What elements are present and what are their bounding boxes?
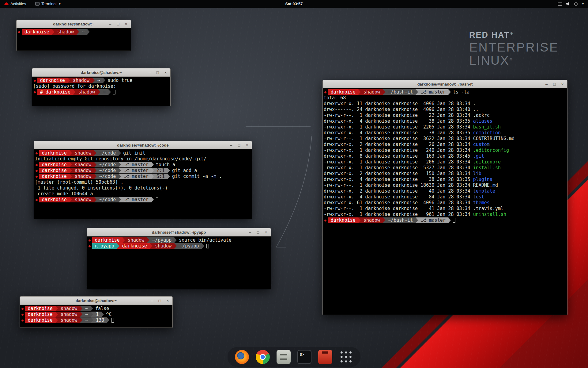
prompt-segment-user: darknoise — [39, 168, 70, 173]
minimize-button[interactable]: – — [108, 22, 112, 26]
prompt-segment-cmd: touch a — [156, 162, 175, 167]
prompt-segment-venv: π pyapp — [92, 243, 117, 249]
clock[interactable]: Sat 03:57 — [285, 2, 303, 6]
window-titlebar[interactable]: darknoise@shadow:~ – □ × — [32, 68, 170, 77]
prompt-segment-host: shadow — [72, 150, 94, 156]
minimize-button[interactable]: – — [545, 82, 548, 86]
dock-icon-files[interactable] — [277, 350, 291, 364]
rhel-brand-line3: LINUX — [469, 53, 509, 67]
prompt-segment-host: shadow — [55, 29, 77, 35]
window-title: darknoise@shadow:~ — [53, 22, 94, 26]
powerline-separator — [416, 89, 418, 95]
terminal-window: darknoise@shadow:~/bash-it – □ × ●darkno… — [322, 80, 567, 315]
close-button[interactable]: × — [560, 82, 564, 86]
prompt-segment-path: ~/bash-it — [385, 217, 416, 223]
prompt-segment-host: shadow — [58, 312, 80, 317]
window-titlebar[interactable]: darknoise@shadow:~/code – □ × — [34, 141, 252, 149]
dock-icon-toolbox[interactable] — [318, 350, 332, 364]
dock-icon-chrome[interactable] — [256, 350, 270, 364]
rhel-wordmark-redhat: RED HAT® — [469, 31, 559, 39]
powerline-separator — [70, 197, 72, 202]
prompt-segment-host: shadow — [72, 197, 94, 202]
close-button[interactable]: × — [164, 71, 168, 75]
terminal-line: drwxrwxr-x. 2 darknoise darknoise 40 Jan… — [324, 188, 567, 194]
prompt-segment-dir: lib — [473, 171, 481, 176]
prompt-segment-plain: drwxrwxr-x. 11 darknoise darknoise 4096 … — [324, 101, 476, 106]
prompt-segment-git: ⎇ master — [418, 217, 448, 223]
powerline-separator — [55, 312, 58, 317]
minimize-button[interactable]: – — [248, 230, 252, 234]
prompt-segment-plain: 1 file changed, 0 insertions(+), 0 delet… — [35, 185, 168, 191]
prompt-segment-host: shadow — [58, 317, 80, 323]
terminal-content[interactable]: ●darknoiseshadow~false●darknoiseshadow~1… — [20, 305, 172, 328]
maximize-button[interactable]: □ — [158, 299, 162, 303]
prompt-segment-plain: drwxrwxr-x. 61 darknoise darknoise 4096 … — [324, 200, 473, 205]
prompt-segment-plain: -rw-rw-r--. 1 darknoise darknoise 22 Jan… — [324, 113, 490, 118]
terminal-window: darknoise@shadow:~/pyapp – □ × ●darknois… — [87, 228, 271, 289]
prompt-segment-cmd: source bin/activate — [179, 237, 232, 243]
terminal-line: -rw-rw-r--. 1 darknoise darknoise 41 Jan… — [324, 206, 567, 212]
window-titlebar[interactable]: darknoise@shadow:~ – □ × — [17, 20, 131, 28]
activities-button[interactable]: Activities — [3, 0, 27, 8]
terminal-content[interactable]: ●darknoiseshadow~/bash-it⎇ masterls -lat… — [323, 88, 567, 315]
close-button[interactable]: × — [264, 230, 268, 234]
terminal-cursor — [453, 218, 455, 223]
powerline-separator — [151, 174, 154, 179]
terminal-window: darknoise@shadow:~ – □ × ●darknoiseshado… — [20, 296, 173, 328]
rhel-brand-line1: RED HAT — [469, 30, 510, 40]
system-status-area[interactable]: ▾ — [558, 2, 584, 6]
maximize-button[interactable]: □ — [256, 230, 260, 234]
prompt-segment-plain: drwxrwxr-x. 4 darknoise darknoise 38 Jan… — [324, 177, 473, 182]
window-titlebar[interactable]: darknoise@shadow:~/pyapp – □ × — [87, 228, 271, 236]
terminal-content[interactable]: ●darknoiseshadow~/codegit initInitialize… — [34, 149, 252, 219]
prompt-segment-path: ~ — [100, 89, 108, 95]
terminal-line: drwxrwxr-x. 11 darknoise darknoise 4096 … — [324, 101, 567, 107]
terminal-line: create mode 100644 a — [35, 191, 252, 197]
rhel-wordmark-enterprise: ENTERPRISE — [469, 41, 559, 54]
prompt-segment-exec: install.sh — [473, 165, 501, 171]
minimize-button[interactable]: – — [229, 143, 233, 147]
terminal-line: ●darknoiseshadow~130 — [21, 317, 172, 323]
maximize-button[interactable]: □ — [552, 82, 556, 86]
window-titlebar[interactable]: darknoise@shadow:~ – □ × — [20, 297, 172, 305]
powerline-separator — [103, 78, 105, 83]
prompt-segment-host: shadow — [58, 306, 80, 311]
powerline-separator — [91, 306, 93, 311]
prompt-segment-exit: 1 — [93, 312, 101, 317]
terminal-content[interactable]: ●darknoiseshadow~sudo true[sudo] passwor… — [32, 77, 170, 106]
maximize-button[interactable]: □ — [116, 22, 120, 26]
prompt-segment-plain: [master (root-commit) 50bcb63] . — [35, 179, 123, 185]
dock-icon-app-grid[interactable] — [339, 350, 353, 364]
maximize-button[interactable]: □ — [237, 143, 241, 147]
powerline-separator — [94, 174, 96, 179]
dock-icon-terminal[interactable]: $> — [297, 350, 311, 364]
close-button[interactable]: × — [124, 22, 128, 26]
prompt-segment-user: darknoise — [328, 89, 358, 95]
terminal-content[interactable]: ●darknoiseshadow~/pyappsource bin/activa… — [87, 236, 271, 289]
dock-icon-firefox[interactable] — [235, 350, 249, 364]
prompt-segment-path: ~/code — [96, 197, 119, 202]
prompt-segment-plain: Initialized empty Git repository in /hom… — [35, 156, 206, 162]
app-menu-terminal[interactable]: Terminal ▾ — [34, 0, 62, 8]
close-button[interactable]: × — [166, 299, 170, 303]
terminal-line: [master (root-commit) 50bcb63] . — [35, 179, 252, 185]
close-button[interactable]: × — [245, 143, 249, 147]
prompt-segment-exec: .editorconfig — [473, 148, 509, 153]
minimize-button[interactable]: – — [148, 71, 152, 75]
prompt-segment-picon: ● — [324, 217, 326, 223]
window-titlebar[interactable]: darknoise@shadow:~/bash-it – □ × — [323, 80, 567, 88]
prompt-segment-plain: -rw-rw-r--. 1 darknoise darknoise 41 Jan… — [324, 206, 503, 211]
terminal-line: ●# darknoiseshadow~ — [33, 89, 170, 95]
minimize-button[interactable]: – — [150, 299, 154, 303]
powerline-separator — [107, 317, 109, 323]
terminal-window: darknoise@shadow:~ – □ × ●darknoiseshado… — [16, 20, 131, 51]
prompt-segment-exit: 130 — [93, 317, 107, 323]
maximize-button[interactable]: □ — [156, 71, 160, 75]
powerline-separator — [117, 243, 119, 249]
prompt-segment-picon: ● — [34, 89, 36, 95]
prompt-segment-plain: -rw-rw-r--. 1 darknoise darknoise 3622 J… — [324, 136, 514, 141]
prompt-segment-user: darknoise — [25, 306, 55, 311]
dock: $> — [228, 347, 360, 367]
terminal-content[interactable]: ●darknoiseshadow~ — [17, 28, 131, 51]
powerline-separator — [119, 162, 121, 167]
